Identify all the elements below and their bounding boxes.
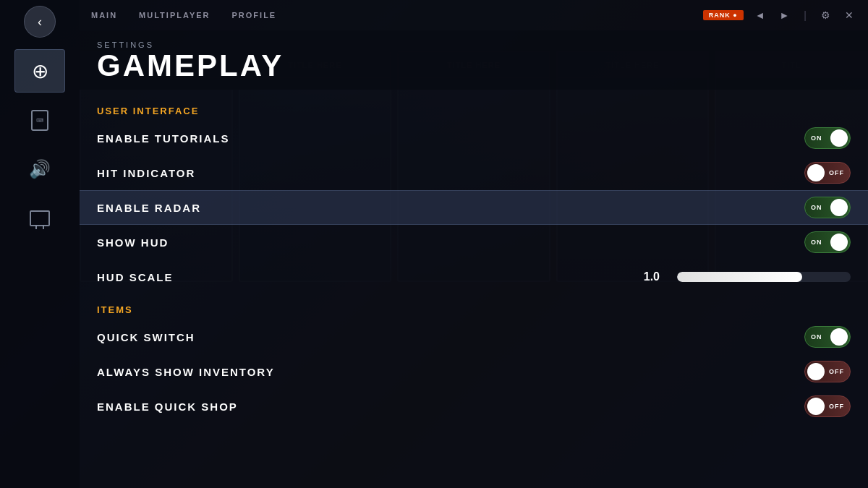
- user-badge: RANK ●: [703, 10, 744, 20]
- always-show-inventory-row: ALWAYS SHOW INVENTORY OFF: [80, 354, 868, 389]
- quick-switch-row: QUICK SWITCH ON: [80, 320, 868, 354]
- top-nav-right: RANK ● ◄ ► | ⚙ ✕: [703, 8, 856, 22]
- sidebar-item-audio[interactable]: 🔊: [14, 147, 65, 191]
- hud-scale-row: HUD SCALE 1.0: [80, 260, 868, 294]
- hit-indicator-knob: [807, 164, 825, 181]
- hud-scale-value: 1.0: [638, 270, 660, 283]
- nav-item-profile[interactable]: PROFILE: [232, 11, 277, 20]
- left-sidebar: ‹ ⊕ ⌨ 🔊: [0, 0, 80, 488]
- sidebar-item-gamepad[interactable]: ⊕: [14, 49, 65, 93]
- items-heading: ITEMS: [80, 294, 868, 320]
- nav-next-icon[interactable]: ►: [777, 8, 793, 22]
- nav-prev-icon[interactable]: ◄: [752, 8, 768, 22]
- quick-switch-toggle[interactable]: ON: [804, 326, 851, 348]
- hit-indicator-label: HIT INDICATOR: [97, 167, 804, 179]
- always-show-inventory-knob: [807, 363, 825, 380]
- hud-scale-label: HUD SCALE: [97, 271, 638, 283]
- gamepad-icon: ⊕: [32, 59, 48, 83]
- back-button[interactable]: ‹: [24, 6, 56, 38]
- nav-close-icon[interactable]: ✕: [842, 8, 856, 22]
- hit-indicator-toggle[interactable]: OFF: [804, 162, 851, 184]
- show-hud-knob: [830, 234, 848, 251]
- always-show-inventory-label: ALWAYS SHOW INVENTORY: [97, 366, 804, 378]
- hit-indicator-toggle-label: OFF: [829, 169, 844, 176]
- settings-header: SETTINGS GAMEPLAY: [80, 30, 868, 90]
- enable-quick-shop-toggle-label: OFF: [829, 403, 844, 410]
- settings-content: USER INTERFACE ENABLE TUTORIALS ON HIT I…: [80, 90, 868, 429]
- sidebar-item-keyboard[interactable]: ⌨: [14, 98, 65, 142]
- always-show-inventory-toggle-label: OFF: [829, 368, 844, 375]
- nav-divider: |: [801, 8, 809, 22]
- display-icon: [30, 210, 50, 226]
- enable-radar-row: ENABLE RADAR ON: [80, 190, 868, 225]
- enable-tutorials-toggle[interactable]: ON: [804, 127, 851, 149]
- hit-indicator-row: HIT INDICATOR OFF: [80, 155, 868, 190]
- enable-tutorials-row: ENABLE TUTORIALS ON: [80, 121, 868, 155]
- enable-quick-shop-label: ENABLE QUICK SHOP: [97, 401, 804, 413]
- keyboard-icon: ⌨: [31, 110, 48, 131]
- settings-panel: SETTINGS GAMEPLAY USER INTERFACE ENABLE …: [80, 30, 868, 488]
- show-hud-toggle-label: ON: [811, 239, 822, 246]
- quick-switch-knob: [830, 328, 848, 346]
- nav-item-multiplayer[interactable]: MULTIPLAYER: [139, 11, 210, 20]
- user-interface-heading: USER INTERFACE: [80, 95, 868, 121]
- quick-switch-toggle-label: ON: [811, 333, 822, 341]
- enable-quick-shop-knob: [807, 398, 825, 415]
- nav-item-main[interactable]: MAIN: [91, 11, 117, 20]
- show-hud-row: SHOW HUD ON: [80, 225, 868, 260]
- enable-radar-knob: [830, 199, 848, 216]
- audio-icon: 🔊: [29, 159, 51, 179]
- show-hud-toggle[interactable]: ON: [804, 231, 851, 253]
- hud-scale-slider[interactable]: [677, 272, 851, 282]
- enable-tutorials-knob: [830, 129, 848, 147]
- enable-quick-shop-row: ENABLE QUICK SHOP OFF: [80, 389, 868, 424]
- enable-tutorials-toggle-label: ON: [811, 134, 822, 142]
- show-hud-label: SHOW HUD: [97, 236, 804, 249]
- enable-radar-label: ENABLE RADAR: [97, 202, 804, 214]
- enable-radar-toggle[interactable]: ON: [804, 197, 851, 218]
- hud-scale-fill: [677, 272, 802, 282]
- sidebar-item-display[interactable]: [14, 197, 65, 240]
- enable-tutorials-label: ENABLE TUTORIALS: [97, 132, 804, 145]
- enable-quick-shop-toggle[interactable]: OFF: [804, 395, 851, 417]
- top-navigation: MAIN MULTIPLAYER PROFILE RANK ● ◄ ► | ⚙ …: [80, 0, 868, 30]
- enable-radar-toggle-label: ON: [811, 204, 822, 211]
- nav-settings-icon[interactable]: ⚙: [818, 8, 833, 22]
- hud-scale-slider-container: 1.0: [638, 270, 851, 283]
- quick-switch-label: QUICK SWITCH: [97, 331, 804, 343]
- page-title: GAMEPLAY: [97, 49, 851, 82]
- always-show-inventory-toggle[interactable]: OFF: [804, 361, 851, 382]
